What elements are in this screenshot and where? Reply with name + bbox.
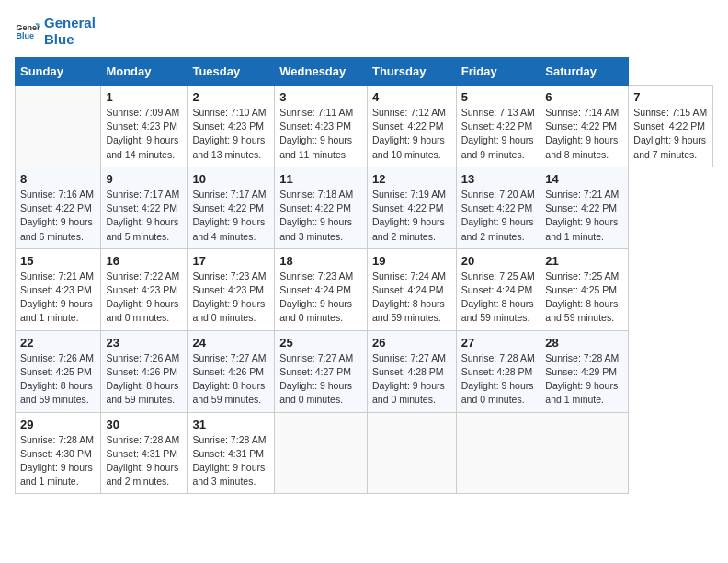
day-number: 3 [279, 90, 362, 104]
calendar-week-row: 1Sunrise: 7:09 AMSunset: 4:23 PMDaylight… [16, 86, 713, 167]
column-header-wednesday: Wednesday [275, 58, 368, 86]
svg-text:Blue: Blue [16, 31, 34, 40]
day-info: Sunrise: 7:25 AMSunset: 4:24 PMDaylight:… [461, 270, 536, 326]
day-number: 28 [545, 336, 623, 350]
logo: General Blue General Blue [15, 15, 96, 48]
day-info: Sunrise: 7:23 AMSunset: 4:24 PMDaylight:… [279, 270, 362, 326]
calendar-cell: 17Sunrise: 7:23 AMSunset: 4:23 PMDayligh… [188, 248, 275, 330]
day-number: 26 [372, 336, 451, 350]
day-number: 21 [545, 254, 623, 268]
calendar-cell: 25Sunrise: 7:27 AMSunset: 4:27 PMDayligh… [275, 330, 368, 412]
calendar-cell: 19Sunrise: 7:24 AMSunset: 4:24 PMDayligh… [367, 248, 456, 330]
day-number: 2 [192, 90, 269, 104]
logo-text-line1: General [44, 15, 96, 31]
day-info: Sunrise: 7:28 AMSunset: 4:31 PMDaylight:… [192, 433, 269, 489]
day-info: Sunrise: 7:27 AMSunset: 4:28 PMDaylight:… [372, 351, 451, 408]
day-number: 18 [279, 254, 362, 268]
column-header-friday: Friday [456, 58, 540, 86]
calendar-cell [456, 412, 540, 494]
calendar-cell: 10Sunrise: 7:17 AMSunset: 4:22 PMDayligh… [188, 167, 275, 248]
column-header-saturday: Saturday [540, 58, 629, 86]
calendar-week-row: 22Sunrise: 7:26 AMSunset: 4:25 PMDayligh… [16, 330, 713, 412]
day-number: 11 [279, 172, 362, 186]
day-info: Sunrise: 7:22 AMSunset: 4:23 PMDaylight:… [106, 270, 182, 326]
day-info: Sunrise: 7:21 AMSunset: 4:23 PMDaylight:… [20, 270, 96, 326]
day-info: Sunrise: 7:12 AMSunset: 4:22 PMDaylight:… [372, 106, 451, 162]
day-number: 15 [20, 254, 96, 268]
day-info: Sunrise: 7:19 AMSunset: 4:22 PMDaylight:… [372, 188, 451, 244]
page-header: General Blue General Blue [15, 15, 713, 48]
calendar-week-row: 15Sunrise: 7:21 AMSunset: 4:23 PMDayligh… [16, 248, 713, 330]
calendar-cell: 29Sunrise: 7:28 AMSunset: 4:30 PMDayligh… [16, 412, 101, 494]
calendar-week-row: 8Sunrise: 7:16 AMSunset: 4:22 PMDaylight… [16, 167, 713, 248]
calendar-body: 1Sunrise: 7:09 AMSunset: 4:23 PMDaylight… [16, 86, 713, 494]
day-number: 22 [20, 336, 96, 350]
day-number: 16 [106, 254, 182, 268]
calendar-cell: 7Sunrise: 7:15 AMSunset: 4:22 PMDaylight… [629, 86, 713, 167]
calendar-cell: 30Sunrise: 7:28 AMSunset: 4:31 PMDayligh… [101, 412, 188, 494]
calendar-cell [275, 412, 368, 494]
day-info: Sunrise: 7:28 AMSunset: 4:29 PMDaylight:… [545, 351, 623, 408]
column-header-thursday: Thursday [367, 58, 456, 86]
calendar-cell: 15Sunrise: 7:21 AMSunset: 4:23 PMDayligh… [16, 248, 101, 330]
calendar-cell: 14Sunrise: 7:21 AMSunset: 4:22 PMDayligh… [540, 167, 629, 248]
day-number: 24 [192, 336, 269, 350]
day-info: Sunrise: 7:28 AMSunset: 4:28 PMDaylight:… [461, 351, 536, 408]
day-number: 31 [192, 418, 269, 431]
day-number: 29 [20, 418, 96, 431]
logo-icon: General Blue [15, 18, 40, 44]
day-info: Sunrise: 7:10 AMSunset: 4:23 PMDaylight:… [192, 106, 269, 162]
calendar-cell: 8Sunrise: 7:16 AMSunset: 4:22 PMDaylight… [16, 167, 101, 248]
column-header-sunday: Sunday [16, 58, 101, 86]
logo-text-line2: Blue [44, 31, 96, 48]
calendar-cell: 22Sunrise: 7:26 AMSunset: 4:25 PMDayligh… [16, 330, 101, 412]
calendar-cell [16, 86, 101, 167]
day-info: Sunrise: 7:27 AMSunset: 4:26 PMDaylight:… [192, 351, 269, 408]
day-number: 12 [372, 172, 451, 186]
day-info: Sunrise: 7:28 AMSunset: 4:30 PMDaylight:… [20, 433, 96, 489]
day-info: Sunrise: 7:14 AMSunset: 4:22 PMDaylight:… [545, 106, 623, 162]
calendar-cell: 16Sunrise: 7:22 AMSunset: 4:23 PMDayligh… [101, 248, 188, 330]
calendar-cell [367, 412, 456, 494]
day-info: Sunrise: 7:15 AMSunset: 4:22 PMDaylight:… [633, 106, 708, 162]
calendar-cell: 2Sunrise: 7:10 AMSunset: 4:23 PMDaylight… [188, 86, 275, 167]
day-info: Sunrise: 7:26 AMSunset: 4:26 PMDaylight:… [106, 351, 182, 408]
calendar-cell: 24Sunrise: 7:27 AMSunset: 4:26 PMDayligh… [188, 330, 275, 412]
calendar-header-row: SundayMondayTuesdayWednesdayThursdayFrid… [16, 58, 713, 86]
calendar-cell: 27Sunrise: 7:28 AMSunset: 4:28 PMDayligh… [456, 330, 540, 412]
calendar-cell: 6Sunrise: 7:14 AMSunset: 4:22 PMDaylight… [540, 86, 629, 167]
calendar-cell: 4Sunrise: 7:12 AMSunset: 4:22 PMDaylight… [367, 86, 456, 167]
day-info: Sunrise: 7:18 AMSunset: 4:22 PMDaylight:… [279, 188, 362, 244]
calendar-cell: 3Sunrise: 7:11 AMSunset: 4:23 PMDaylight… [275, 86, 368, 167]
day-number: 13 [461, 172, 536, 186]
day-number: 25 [279, 336, 362, 350]
calendar-cell: 11Sunrise: 7:18 AMSunset: 4:22 PMDayligh… [275, 167, 368, 248]
day-info: Sunrise: 7:25 AMSunset: 4:25 PMDaylight:… [545, 270, 623, 326]
day-info: Sunrise: 7:24 AMSunset: 4:24 PMDaylight:… [372, 270, 451, 326]
day-info: Sunrise: 7:09 AMSunset: 4:23 PMDaylight:… [106, 106, 182, 162]
day-info: Sunrise: 7:17 AMSunset: 4:22 PMDaylight:… [106, 188, 182, 244]
calendar-cell: 12Sunrise: 7:19 AMSunset: 4:22 PMDayligh… [367, 167, 456, 248]
day-number: 8 [20, 172, 96, 186]
column-header-monday: Monday [101, 58, 188, 86]
day-number: 27 [461, 336, 536, 350]
day-number: 20 [461, 254, 536, 268]
calendar-week-row: 29Sunrise: 7:28 AMSunset: 4:30 PMDayligh… [16, 412, 713, 494]
day-number: 14 [545, 172, 623, 186]
calendar-cell: 23Sunrise: 7:26 AMSunset: 4:26 PMDayligh… [101, 330, 188, 412]
calendar-cell: 18Sunrise: 7:23 AMSunset: 4:24 PMDayligh… [275, 248, 368, 330]
day-number: 19 [372, 254, 451, 268]
day-number: 9 [106, 172, 182, 186]
day-info: Sunrise: 7:27 AMSunset: 4:27 PMDaylight:… [279, 351, 362, 408]
day-number: 5 [461, 90, 536, 104]
day-number: 23 [106, 336, 182, 350]
day-info: Sunrise: 7:26 AMSunset: 4:25 PMDaylight:… [20, 351, 96, 408]
calendar-cell: 26Sunrise: 7:27 AMSunset: 4:28 PMDayligh… [367, 330, 456, 412]
calendar-cell [540, 412, 629, 494]
day-number: 6 [545, 90, 623, 104]
day-info: Sunrise: 7:21 AMSunset: 4:22 PMDaylight:… [545, 188, 623, 244]
day-info: Sunrise: 7:11 AMSunset: 4:23 PMDaylight:… [279, 106, 362, 162]
calendar-cell: 1Sunrise: 7:09 AMSunset: 4:23 PMDaylight… [101, 86, 188, 167]
column-header-tuesday: Tuesday [188, 58, 275, 86]
calendar-cell: 9Sunrise: 7:17 AMSunset: 4:22 PMDaylight… [101, 167, 188, 248]
